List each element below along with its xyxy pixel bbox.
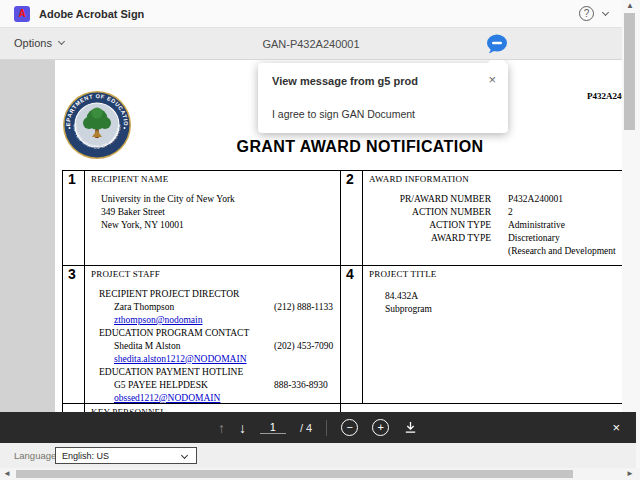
award-number-corner: P432A240: [587, 91, 622, 101]
contact-phone: (202) 453-7090: [274, 340, 333, 353]
recipient-line: 349 Baker Street: [101, 206, 340, 219]
close-toolbar-icon[interactable]: ×: [612, 420, 620, 435]
contact-phone: (212) 888-1133: [274, 301, 333, 314]
vertical-scrollbar[interactable]: ▲ ▼: [622, 0, 640, 468]
next-page-icon[interactable]: ↓: [239, 421, 246, 435]
acrobat-logo-icon: A: [14, 6, 30, 22]
vertical-scroll-thumb[interactable]: [624, 13, 635, 130]
pdf-controls-toolbar: ↑ ↓ / 4 − + ×: [0, 412, 636, 443]
zoom-in-icon[interactable]: +: [372, 419, 389, 436]
section-number: 3: [63, 266, 85, 403]
section-header: RECIPIENT NAME: [91, 173, 340, 186]
section-number: 1: [63, 171, 85, 265]
footer-bar: Language English: US: [0, 443, 636, 468]
message-bubble-icon[interactable]: [486, 34, 508, 54]
zoom-out-icon[interactable]: −: [341, 419, 358, 436]
award-value: (Research and Development: [508, 245, 622, 258]
language-label: Language: [14, 450, 56, 461]
popup-message: I agree to sign GAN Document: [272, 108, 415, 120]
award-label: AWARD TYPE: [379, 232, 491, 245]
contact-email-link[interactable]: obssed1212@NODOMAIN: [114, 392, 340, 403]
award-value: P432A240001: [508, 193, 622, 206]
page-total: / 4: [300, 422, 312, 434]
scroll-left-icon[interactable]: ◄: [3, 469, 11, 478]
language-select[interactable]: English: US: [55, 447, 197, 464]
help-icon[interactable]: ?: [579, 6, 594, 21]
previous-page-icon[interactable]: ↑: [218, 421, 225, 435]
document-heading: GRANT AWARD NOTIFICATION: [55, 138, 622, 156]
contact-name: Shedita M Alston: [114, 341, 181, 351]
download-icon[interactable]: [403, 420, 418, 435]
contact-email-link[interactable]: shedita.alston1212@NODOMAIN: [114, 353, 340, 366]
contact-phone: 888-336-8930: [274, 379, 328, 392]
language-value: English: US: [62, 451, 109, 461]
acrobat-sign-window: A Adobe Acrobat Sign ? Options GAN-P432A…: [0, 0, 640, 480]
award-label: [379, 245, 491, 258]
award-label: PR/AWARD NUMBER: [379, 193, 491, 206]
toolbar-divider: [326, 420, 327, 436]
section-number: 4: [341, 266, 363, 403]
chevron-down-icon: [181, 452, 188, 459]
award-value: Discretionary: [508, 232, 622, 245]
section-header: PROJECT TITLE: [369, 268, 622, 281]
recipient-line: University in the City of New York: [101, 193, 340, 206]
app-title: Adobe Acrobat Sign: [39, 8, 144, 20]
message-popup: View message from g5 prod × I agree to s…: [258, 63, 508, 133]
help-caret-icon[interactable]: [602, 9, 609, 16]
section-number: 2: [341, 171, 363, 265]
contact-role: RECIPIENT PROJECT DIRECTOR: [99, 288, 340, 301]
contact-role: EDUCATION PROGRAM CONTACT: [99, 327, 340, 340]
award-information-cell: 2 AWARD INFORMATION PR/AWARD NUMBER P432…: [341, 171, 622, 265]
award-value: Administrative: [508, 219, 622, 232]
contact-name: G5 PAYEE HELPDESK: [114, 380, 208, 390]
gan-table: 1 RECIPIENT NAME University in the City …: [62, 170, 622, 412]
scroll-up-icon[interactable]: ▲: [626, 1, 634, 10]
horizontal-scrollbar[interactable]: ◄ ►: [0, 468, 640, 480]
recipient-name-cell: 1 RECIPIENT NAME University in the City …: [63, 171, 341, 265]
contact-email-link[interactable]: zthompson@nodomain: [114, 314, 340, 327]
section-header: PROJECT STAFF: [91, 268, 340, 281]
popup-caret: [487, 60, 507, 73]
project-title-line: 84.432A: [385, 290, 622, 303]
recipient-line: New York, NY 10001: [101, 219, 340, 232]
contact-name: Zara Thompson: [114, 302, 174, 312]
horizontal-scroll-thumb[interactable]: [16, 470, 573, 478]
document-title: GAN-P432A240001: [0, 38, 622, 50]
award-label: ACTION TYPE: [379, 219, 491, 232]
award-value: 2: [508, 206, 622, 219]
section-header: AWARD INFORMATION: [369, 173, 622, 186]
award-label: ACTION NUMBER: [379, 206, 491, 219]
project-staff-cell: 3 PROJECT STAFF RECIPIENT PROJECT DIRECT…: [63, 266, 341, 403]
key-personnel-cell: KEY PERSONNEL: [63, 404, 341, 412]
document-viewport[interactable]: red fields completed ✓ P432A240: [0, 60, 622, 412]
project-title-line: Subprogram: [385, 303, 622, 316]
popup-title: View message from g5 prod: [272, 75, 418, 87]
project-title-cell: 4 PROJECT TITLE 84.432A Subprogram: [341, 266, 622, 403]
contact-role: EDUCATION PAYMENT HOTLINE: [99, 366, 340, 379]
scroll-right-icon[interactable]: ►: [626, 469, 634, 478]
app-header: A Adobe Acrobat Sign ?: [0, 0, 622, 28]
document-toolbar: Options GAN-P432A240001: [0, 28, 622, 60]
close-icon[interactable]: ×: [488, 72, 496, 87]
page-number-input[interactable]: [260, 421, 286, 434]
